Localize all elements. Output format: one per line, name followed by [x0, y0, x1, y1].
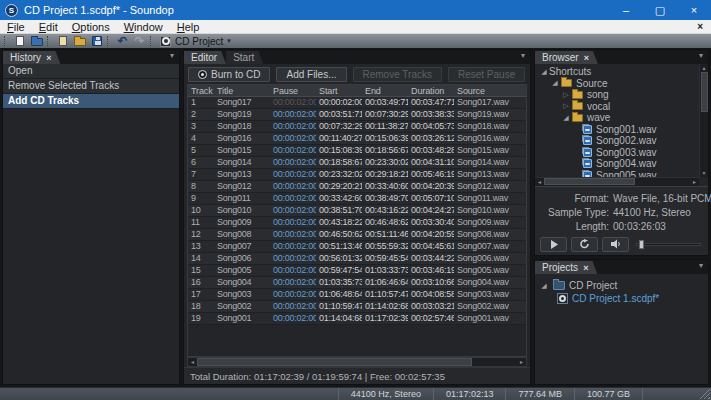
table-row[interactable]: 4Song01600:00:02:0000:11:40:2700:15:06:3… — [188, 133, 526, 145]
cell-start: 00:29:20:21 — [316, 181, 362, 192]
editor-horizontal-scrollbar[interactable]: ◄ ► — [187, 357, 527, 367]
tab-close-icon[interactable]: × — [584, 53, 589, 63]
scroll-right-icon[interactable]: ► — [690, 178, 699, 186]
expander-icon[interactable] — [550, 79, 560, 87]
tab-close-icon[interactable]: × — [46, 53, 51, 63]
history-item[interactable]: Add CD Tracks — [3, 94, 179, 109]
table-row[interactable]: 1Song01700:00:02:0000:00:02:0000:03:49:7… — [188, 97, 526, 109]
expander-icon[interactable] — [539, 282, 549, 290]
menu-item-window[interactable]: Window — [117, 20, 170, 33]
project-root-row[interactable]: CD Project — [535, 279, 708, 292]
tab-history[interactable]: History × — [3, 51, 60, 64]
column-header-track[interactable]: Track — [188, 85, 214, 96]
tab-start[interactable]: Start — [226, 51, 263, 64]
table-row[interactable]: 10Song01000:00:02:0000:38:51:7000:43:16:… — [188, 205, 526, 217]
volume-slider[interactable] — [636, 237, 703, 252]
project-selector-dropdown[interactable]: CD Project▾ — [160, 36, 231, 47]
scroll-track[interactable] — [544, 178, 690, 186]
project-item-row[interactable]: CD Project 1.scdpf* — [535, 292, 708, 305]
tree-item-song005-wav[interactable]: Song005.wav — [535, 170, 699, 178]
menu-item-help[interactable]: Help — [170, 20, 207, 33]
history-item[interactable]: Remove Selected Tracks — [3, 79, 179, 94]
expander-icon[interactable] — [561, 91, 571, 99]
resize-grip[interactable] — [699, 388, 710, 399]
table-row[interactable]: 12Song00800:00:02:0000:46:50:6200:51:11:… — [188, 229, 526, 241]
scroll-left-icon[interactable]: ◄ — [535, 178, 544, 186]
close-button[interactable]: × — [677, 0, 711, 20]
maximize-button[interactable]: ▢ — [643, 0, 677, 20]
panel-menu-chevron-icon[interactable]: ▾ — [699, 262, 703, 270]
table-row[interactable]: 3Song01800:00:02:0000:07:32:2900:11:38:2… — [188, 121, 526, 133]
expander-icon[interactable] — [539, 68, 549, 76]
tree-item-song001-wav[interactable]: Song001.wav — [535, 124, 699, 136]
burn-to-cd-button[interactable]: Burn to CD — [188, 67, 270, 82]
expander-icon[interactable] — [561, 114, 571, 122]
cell-source: Song007.wav — [454, 241, 526, 252]
scroll-thumb[interactable] — [197, 358, 472, 366]
menu-item-file[interactable]: File — [0, 20, 32, 33]
document-close-icon[interactable]: × — [689, 21, 711, 32]
play-button[interactable] — [540, 237, 567, 252]
table-row[interactable]: 7Song01300:00:02:0000:23:32:0200:29:18:2… — [188, 169, 526, 181]
undo-button[interactable]: ↶ — [114, 35, 131, 48]
scroll-track[interactable] — [197, 358, 517, 366]
column-header-source[interactable]: Source — [454, 85, 526, 96]
scroll-thumb[interactable] — [544, 178, 635, 185]
tab-close-icon[interactable]: × — [583, 263, 588, 273]
open-workspace-button[interactable] — [28, 35, 45, 48]
tab-projects[interactable]: Projects × — [535, 261, 597, 274]
table-row[interactable]: 11Song00900:00:02:0000:43:18:2200:46:48:… — [188, 217, 526, 229]
scroll-up-icon[interactable]: ▲ — [700, 64, 709, 72]
open-project-button[interactable] — [71, 35, 88, 48]
cell-track: 16 — [188, 277, 214, 288]
column-header-end[interactable]: End — [362, 85, 408, 96]
save-button[interactable] — [88, 35, 105, 48]
scroll-left-icon[interactable]: ◄ — [188, 358, 197, 366]
loop-button[interactable] — [571, 237, 598, 252]
tree-item-source[interactable]: Source — [535, 78, 699, 90]
column-header-duration[interactable]: Duration — [408, 85, 454, 96]
column-header-pause[interactable]: Pause — [270, 85, 316, 96]
expander-icon[interactable] — [561, 102, 571, 110]
panel-menu-chevron-icon[interactable]: ▾ — [521, 52, 525, 60]
column-header-title[interactable]: Title — [214, 85, 270, 96]
tree-item-song003-wav[interactable]: Song003.wav — [535, 147, 699, 159]
tree-item-shortcuts[interactable]: Shortcuts — [535, 66, 699, 78]
table-row[interactable]: 6Song01400:00:02:0000:18:58:6700:23:30:0… — [188, 157, 526, 169]
tree-item-wave[interactable]: wave — [535, 112, 699, 124]
tree-item-vocal[interactable]: vocal — [535, 101, 699, 113]
tab-browser[interactable]: Browser × — [535, 51, 598, 64]
panel-menu-chevron-icon[interactable]: ▾ — [699, 52, 703, 60]
tree-item-song004-wav[interactable]: Song004.wav — [535, 158, 699, 170]
table-row[interactable]: 19Song00100:00:02:0001:14:04:6801:17:02:… — [188, 313, 526, 325]
table-row[interactable]: 14Song00600:00:02:0000:56:01:3200:59:45:… — [188, 253, 526, 265]
scroll-down-icon[interactable]: ▼ — [700, 169, 709, 177]
monitor-button[interactable] — [602, 237, 629, 252]
table-row[interactable]: 2Song01900:00:02:0000:03:51:7100:07:30:2… — [188, 109, 526, 121]
table-row[interactable]: 8Song01200:00:02:0000:29:20:2100:33:40:6… — [188, 181, 526, 193]
tree-vertical-scrollbar[interactable]: ▲ ▼ — [699, 64, 708, 177]
tab-editor[interactable]: Editor — [184, 51, 226, 64]
menu-item-edit[interactable]: Edit — [32, 20, 65, 33]
table-row[interactable]: 9Song01100:00:02:0000:33:42:6000:38:49:7… — [188, 193, 526, 205]
minimize-button[interactable]: – — [609, 0, 643, 20]
panel-menu-chevron-icon[interactable]: ▾ — [170, 52, 174, 60]
table-row[interactable]: 16Song00400:00:02:0001:03:35:7301:06:46:… — [188, 277, 526, 289]
table-row[interactable]: 17Song00300:00:02:0001:06:48:6401:10:57:… — [188, 289, 526, 301]
history-item[interactable]: Open — [3, 64, 179, 79]
add-files-button[interactable]: Add Files... — [276, 67, 346, 82]
tree-item-song002-wav[interactable]: Song002.wav — [535, 135, 699, 147]
volume-thumb[interactable] — [639, 240, 644, 249]
menu-item-options[interactable]: Options — [65, 20, 117, 33]
scroll-thumb[interactable] — [701, 72, 708, 112]
tree-horizontal-scrollbar[interactable]: ◄ ► — [535, 177, 699, 186]
table-row[interactable]: 13Song00700:00:02:0000:51:13:4600:55:59:… — [188, 241, 526, 253]
new-project-button[interactable] — [54, 35, 71, 48]
table-row[interactable]: 5Song01500:00:02:0000:15:08:3900:18:56:6… — [188, 145, 526, 157]
scroll-right-icon[interactable]: ► — [517, 358, 526, 366]
column-header-start[interactable]: Start — [316, 85, 362, 96]
table-row[interactable]: 15Song00500:00:02:0000:59:47:5401:03:33:… — [188, 265, 526, 277]
table-row[interactable]: 18Song00200:00:02:0001:10:59:4701:14:02:… — [188, 301, 526, 313]
tree-item-song[interactable]: song — [535, 89, 699, 101]
new-workspace-button[interactable] — [11, 35, 28, 48]
